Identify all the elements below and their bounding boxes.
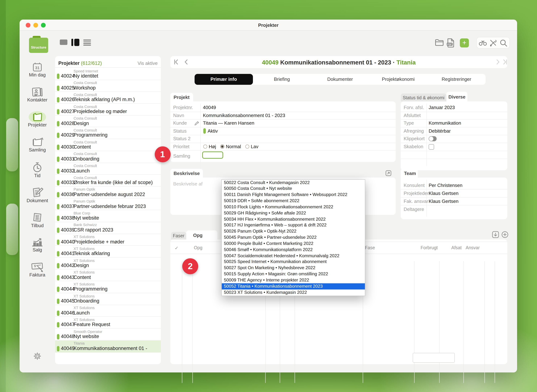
field-value-type[interactable]: Kommunikation [429,120,461,126]
last-record-button[interactable] [502,59,508,65]
field-value-navn[interactable]: Kommunikationsabonnement 01 - 2023 [203,112,285,118]
project-list-item[interactable]: Costa Consult 40031 Onboarding [55,151,161,163]
project-list-item[interactable]: Speed Internet 40024 Ny identitet [55,68,161,80]
split-view-icon[interactable] [74,39,79,46]
dropdown-item[interactable]: 50026 Panum Optik • Optik-Nyt 2022 [222,229,365,235]
add-icon[interactable]: + [460,38,469,47]
next-record-button[interactable] [495,59,501,65]
download-icon[interactable] [492,231,499,238]
tab-status-tid-oekonomi[interactable]: Status tid & økonomi [401,93,446,102]
tab-opgaver[interactable]: Opg [186,230,217,239]
samling-input[interactable] [202,151,223,159]
tab-registreringer[interactable]: Registreringer [427,74,486,85]
project-list-item[interactable]: XT Solutions 40040 Projektledelse + møde… [55,234,161,246]
radio-normal[interactable] [220,145,224,149]
dropdown-item[interactable]: 50047 Socialdemokratiet Hedensted • Komm… [222,253,365,259]
dropdown-item[interactable]: 50010 Flock Lights • Kommunikationsabonn… [222,204,365,210]
dropdown-item[interactable]: 50017 HJ Ingeniørfirma • Web – support &… [222,222,365,229]
project-list-item[interactable]: Costa Consult 40030 Content [55,139,161,151]
sidebar-item-faktura[interactable]: $ Faktura [19,262,55,278]
sidebar-item-salg[interactable]: Salg [19,237,55,252]
dropdown-item[interactable]: 50023 XT Solutions • Kundemagasin 2022 [222,289,365,295]
dropdown-item[interactable]: 50015 Supply Action • Magasin: Grøn omst… [222,271,365,277]
project-list-item[interactable]: Costa Consult 40025 Workshop [55,80,161,92]
project-list-item[interactable]: Costa Consult 40028 Design [55,116,161,127]
horizontal-scrollbar[interactable] [413,353,455,363]
add-row-icon[interactable] [501,231,508,238]
dropdown-item[interactable]: 50034 HH Flex • Kommunikationsabonnement… [222,216,365,222]
sidebar-item-kontakter[interactable]: Kontakter [19,87,55,103]
project-list-item[interactable]: Costa Consult 40033 Ønsker fra kunde (ik… [55,175,161,187]
project-list-item[interactable]: Costa Consult 40032 Launch [55,163,161,175]
project-list-item[interactable]: XT Solutions 40044 Programmering [55,281,161,293]
dropdown-item[interactable]: 50022 Costa Consult • Kundemagasin 2022 [222,180,365,186]
dropdown-item[interactable]: 50019 DDR • SoMe abonnement 2022 [222,198,365,204]
radio-hoej[interactable] [203,145,207,149]
project-list-item[interactable]: Panum Optik 40036 Partner-udsendelse aug… [55,187,161,198]
project-list-item[interactable]: Bank Schwizz 40039 CSR rapport 2023 [55,222,161,234]
dropdown-item[interactable]: 50050 Costa Consult • Nyt website [222,186,365,192]
project-list-item[interactable]: Blue Corp 40038 Nyt website [55,210,161,222]
radio-lav[interactable] [245,145,249,149]
pdf-export-button[interactable]: PDF [446,38,455,48]
project-company: Costa Consult [74,117,97,121]
field-value-afregning[interactable]: Debitérbar [429,128,451,134]
project-title: CSR rapport 2023 [74,227,113,233]
project-list-item[interactable]: XT Solutions 40041 Teknisk afklaring [55,246,161,258]
tools-icon[interactable] [489,39,497,47]
dropdown-item[interactable]: 50052 Titania • Kommunikationsabonnement… [222,283,365,289]
edit-pencil-icon[interactable] [194,121,199,126]
settings-gear-icon[interactable] [19,352,55,360]
project-list-item[interactable]: XT Solutions 40045 Onboarding [55,293,161,305]
field-value-forv-afsl[interactable]: Januar 2023 [429,105,455,110]
tab-primaer-info[interactable]: Primær info [195,74,253,85]
project-list-item[interactable]: Titania 40049 Kommunikationsabonnement 0… [55,341,161,352]
split-view-icon[interactable] [71,39,73,46]
tab-diverse[interactable]: Diverse [446,92,467,102]
field-value-fak-ansvar[interactable]: Klaus Gertsen [429,199,458,204]
sidebar-item-tilbud[interactable]: Tilbud [19,212,55,228]
divider [401,143,507,143]
project-list-item[interactable]: XT Solutions 40047 Feature Request [55,317,161,329]
card-view-icon[interactable] [60,39,67,45]
sidebar-item-samling[interactable]: Samling [19,137,55,153]
field-value-konsulent[interactable]: Per Christensen [429,183,462,188]
open-external-icon[interactable] [386,170,391,176]
dropdown-item[interactable]: 50009 THE Agency • Interne projekter 202… [222,277,365,283]
tab-projektoekonomi[interactable]: Projektøkonomi [369,74,427,85]
sidebar-item-dokument[interactable]: Dokument [19,187,55,203]
project-list-item[interactable]: Smooth Operator 40048 Nyt website [55,329,161,340]
open-folder-button[interactable] [435,38,444,47]
project-list-item[interactable]: XT Solutions 40046 Launch [55,305,161,317]
show-active-filter[interactable]: Vis aktive [137,61,158,66]
klippekort-toggle[interactable] [429,136,437,141]
search-icon[interactable] [500,39,508,47]
project-list-item[interactable]: Costa Consult 40026 Teknisk afklaring (A… [55,92,161,104]
tab-briefing[interactable]: Briefing [253,74,311,85]
dropdown-item[interactable]: 50000 People Build • Content Marketing 2… [222,241,365,247]
project-list-item[interactable]: Panum Optik 40037 Partner-udsendelse feb… [55,198,161,210]
field-value-status[interactable]: Aktiv [208,128,218,134]
sidebar-item-tid[interactable]: Tid [19,162,55,178]
list-view-icon[interactable] [83,39,91,46]
dropdown-item[interactable]: 50029 GH Rådgivning • SoMe aftale 2022 [222,210,365,216]
project-title: Projektledelse + møder [74,239,124,244]
field-value-projektnr[interactable]: 40049 [203,105,216,110]
skabelon-checkbox[interactable] [429,144,434,149]
dropdown-item[interactable]: 50027 Spot On Marketing • Nyhedsbreve 20… [222,265,365,271]
dropdown-item[interactable]: 50046 Smølf • Kommunikationsplatform 202… [222,247,365,253]
dropdown-item[interactable]: 50025 Speed Internet • Kommunikation abo… [222,259,365,265]
dropdown-item[interactable]: 50045 Panum Optik • Partner-udsendelse 2… [222,234,365,241]
field-value-kunde[interactable]: Titania — Karen Hansen [203,120,254,126]
sidebar-item-min-dag[interactable]: 31 Min dag [19,62,55,78]
project-list-item[interactable]: Costa Consult 40027 Projektledelse og mø… [55,104,161,115]
project-list-item[interactable]: Costa Consult 40029 Programmering [55,127,161,139]
binoculars-icon[interactable] [479,40,487,46]
project-list-item[interactable]: XT Solutions 40043 Content [55,269,161,281]
field-value-projektleder[interactable]: Klaus Gertsen [429,191,458,196]
tab-faser[interactable]: Faser [171,232,186,239]
sidebar-item-projekter[interactable]: Projekter [19,112,55,127]
dropdown-item[interactable]: 50011 Danish Flight Management Software … [222,192,365,198]
tab-dokumenter[interactable]: Dokumenter [311,74,369,85]
project-list-item[interactable]: XT Solutions 40042 Design [55,258,161,269]
